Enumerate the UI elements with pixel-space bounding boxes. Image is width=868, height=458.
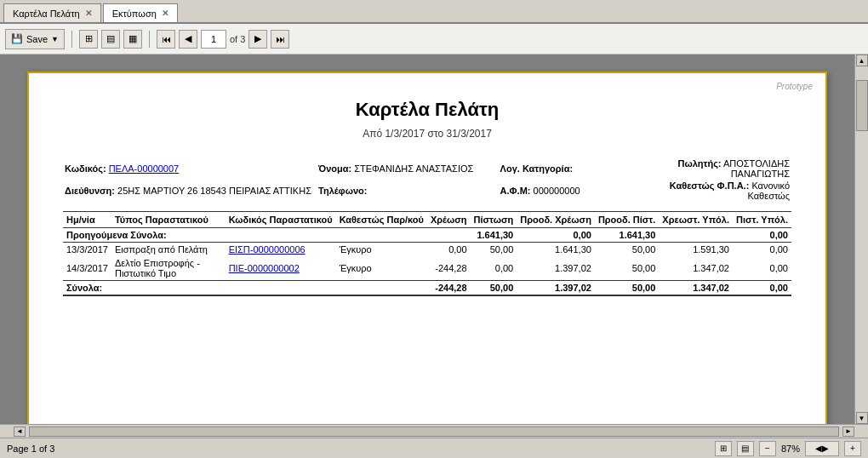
summary-label: Προηγούμενα Σύνολα: (63, 228, 427, 243)
btn-view[interactable]: ▤ (101, 30, 120, 49)
summary-xreosi (427, 228, 471, 243)
document: Prototype Καρτέλα Πελάτη Από 1/3/2017 στ… (27, 72, 827, 424)
scroll-left[interactable]: ◄ (14, 427, 26, 437)
fpa-label: Καθεστώς Φ.Π.Α.: (670, 180, 750, 191)
row2-kathestos: Έγκυρο (336, 256, 427, 281)
page-input[interactable] (201, 30, 226, 49)
afm-value: 000000000 (534, 186, 580, 196)
zoom-indicator[interactable]: ◀▶ (805, 441, 839, 456)
col-date: Ημ/νία (63, 212, 111, 228)
bottom-bar: Page 1 of 3 ⊞ ▤ − 87% ◀▶ + (0, 438, 868, 458)
afm-label: Α.Φ.Μ: (500, 186, 531, 196)
zoom-fit-btn[interactable]: ⊞ (715, 441, 732, 456)
page-status: Page 1 of 3 (7, 444, 54, 454)
row1-pistosi: 50,00 (471, 243, 517, 257)
scroll-thumb[interactable] (856, 80, 868, 131)
doc-subtitle: Από 1/3/2017 στο 31/3/2017 (63, 128, 791, 140)
totals-prood-xreosi: 1.397,02 (517, 281, 595, 296)
scroll-down[interactable]: ▼ (856, 412, 868, 424)
scrollbar-horizontal[interactable]: ◄ ► (0, 424, 868, 438)
save-label: Save (26, 34, 48, 44)
log-kat-label: Λογ. Κατηγορία: (500, 163, 574, 174)
zoom-value: 87% (781, 444, 800, 454)
totals-pist-ypol: 0,00 (733, 281, 791, 296)
politis-value: ΑΠΟΣΤΟΛΙΔΗΣ ΠΑΝΑΓΙΩΤΗΣ (723, 158, 790, 179)
col-kathestos: Καθεστώς Παρ/κού (336, 212, 427, 228)
btn-prev[interactable]: ◀ (179, 30, 197, 49)
save-icon: 💾 (11, 33, 23, 44)
totals-prood-pist: 50,00 (595, 281, 659, 296)
btn-next[interactable]: ▶ (248, 30, 267, 49)
politis-label: Πωλητής: (677, 158, 721, 169)
row2-date: 14/3/2017 (63, 256, 111, 281)
zoom-minus[interactable]: − (759, 441, 776, 456)
btn-last[interactable]: ⏭ (271, 30, 289, 49)
tilefono-label: Τηλέφωνο: (318, 186, 367, 196)
save-button[interactable]: 💾 Save ▼ (5, 29, 65, 49)
page-of: of 3 (230, 34, 245, 44)
main-area: Prototype Καρτέλα Πελάτη Από 1/3/2017 στ… (0, 54, 868, 424)
row2-code[interactable]: ΠΙΕ-0000000002 (226, 256, 336, 281)
row1-date: 13/3/2017 (63, 243, 111, 257)
col-xreost-ypol: Χρεωστ. Υπόλ. (659, 212, 733, 228)
totals-xreosi: -244,28 (427, 281, 471, 296)
tab-kartela[interactable]: Καρτέλα Πελάτη ✕ (3, 3, 101, 22)
row2-xreosi: -244,28 (427, 256, 471, 281)
summary-prood-xreosi: 0,00 (517, 228, 595, 243)
btn-first[interactable]: ⏮ (157, 30, 175, 49)
row1-prood-xreosi: 1.641,30 (517, 243, 595, 257)
tab-kartela-label: Καρτέλα Πελάτη (13, 9, 80, 19)
row1-type: Εισπραξη από Πελάτη (111, 243, 226, 257)
totals-pistosi: 50,00 (471, 281, 517, 296)
totals-row: Σύνολα: -244,28 50,00 1.397,02 50,00 1.3… (63, 281, 791, 296)
prototype-label: Prototype (776, 82, 813, 91)
scrollbar-vertical[interactable]: ▲ ▼ (854, 54, 868, 424)
col-pistosi: Πίστωση (471, 212, 517, 228)
totals-xreost-ypol: 1.347,02 (659, 281, 733, 296)
col-code: Κωδικός Παραστατικού (226, 212, 336, 228)
onoma-value: ΣΤΕΦΑΝΙΔΗΣ ΑΝΑΣΤΑΣΙΟΣ (354, 163, 473, 174)
col-prood-xreosi: Προοδ. Χρέωση (517, 212, 595, 228)
tab-bar: Καρτέλα Πελάτη ✕ Εκτύπωση ✕ (0, 0, 868, 24)
btn-layout[interactable]: ⊞ (79, 30, 98, 49)
row2-pist-ypol: 0,00 (733, 256, 791, 281)
row1-xreosi: 0,00 (427, 243, 471, 257)
row2-xreost-ypol: 1.347,02 (659, 256, 733, 281)
scroll-right[interactable]: ► (842, 427, 854, 437)
kodikos-value[interactable]: ΠΕΛΑ-00000007 (109, 163, 180, 174)
col-prood-pist: Προοδ. Πίστ. (595, 212, 659, 228)
onoma-label: Όνομα: (318, 163, 351, 174)
btn-view2[interactable]: ▦ (123, 30, 142, 49)
summary-pistosi: 1.641,30 (471, 228, 517, 243)
summary-xreost (659, 228, 733, 243)
save-dropdown-icon[interactable]: ▼ (51, 35, 59, 43)
fpa-value: Κανονικό Καθεστώς (748, 180, 790, 201)
toolbar: 💾 Save ▼ ⊞ ▤ ▦ ⏮ ◀ of 3 ▶ ⏭ (0, 24, 868, 54)
row1-kathestos: Έγκυρο (336, 243, 427, 257)
h-scroll-thumb[interactable] (29, 427, 839, 437)
row1-xreost-ypol: 1.591,30 (659, 243, 733, 257)
tab-ektiposei[interactable]: Εκτύπωση ✕ (103, 3, 178, 22)
row1-code[interactable]: ΕΙΣΠ-0000000006 (226, 243, 336, 257)
summary-pist-ypol: 0,00 (733, 228, 791, 243)
scroll-up[interactable]: ▲ (856, 54, 868, 66)
zoom-controls: ⊞ ▤ − 87% ◀▶ + (715, 441, 861, 456)
dieuthinsi-value: 25ΗΣ ΜΑΡΤΙΟΥ 26 18543 ΠΕΙΡΑΙΑΣ ΑΤΤΙΚΗΣ (117, 186, 311, 196)
col-type: Τύπος Παραστατικού (111, 212, 226, 228)
row2-pistosi: 0,00 (471, 256, 517, 281)
row1-prood-pist: 50,00 (595, 243, 659, 257)
tab-ektiposei-label: Εκτύπωση (112, 9, 157, 19)
col-pist-ypol: Πιστ. Υπόλ. (733, 212, 791, 228)
doc-container[interactable]: Prototype Καρτέλα Πελάτη Από 1/3/2017 στ… (0, 54, 854, 424)
tab-ektiposei-close[interactable]: ✕ (162, 9, 168, 18)
zoom-page-btn[interactable]: ▤ (737, 441, 754, 456)
row2-prood-xreosi: 1.397,02 (517, 256, 595, 281)
zoom-plus[interactable]: + (844, 441, 861, 456)
separator-1 (71, 31, 72, 48)
row2-type: Δελτίο Επιστροφής - Πιστωτικό Τιμο (111, 256, 226, 281)
report-table: Ημ/νία Τύπος Παραστατικού Κωδικός Παραστ… (63, 211, 791, 296)
row1-pist-ypol: 0,00 (733, 243, 791, 257)
col-xreosi: Χρέωση (427, 212, 471, 228)
tab-kartela-close[interactable]: ✕ (85, 9, 92, 18)
summary-row: Προηγούμενα Σύνολα: 1.641,30 0,00 1.641,… (63, 228, 791, 243)
